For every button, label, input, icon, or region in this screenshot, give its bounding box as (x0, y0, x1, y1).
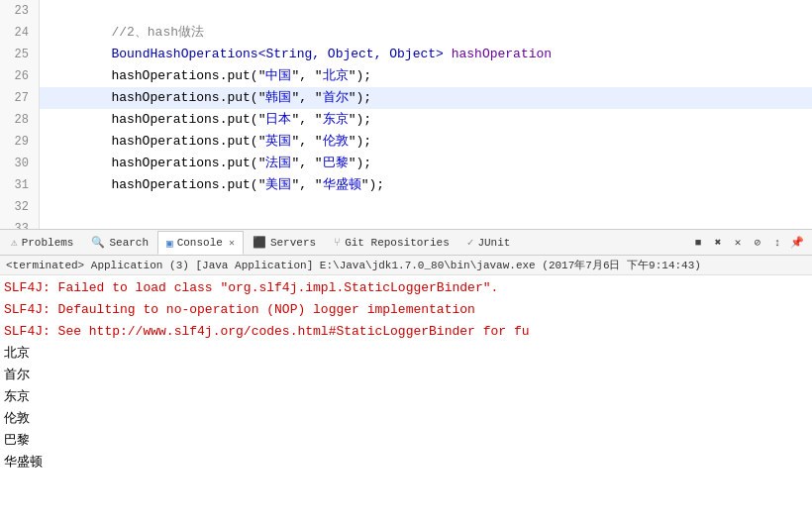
tab-servers[interactable]: ⬛Servers (244, 231, 325, 255)
code-line: 27 hashOperations.put("韩国", "首尔"); (0, 87, 812, 109)
code-line: 30 hashOperations.put("法国", "巴黎"); (0, 153, 812, 174)
servers-icon: ⬛ (253, 236, 266, 249)
line-content: //2、hash做法 (40, 22, 204, 44)
line-number: 33 (0, 218, 40, 230)
tab-git[interactable]: ⑂Git Repositories (325, 231, 458, 255)
line-number: 32 (0, 196, 40, 218)
warning-icon: ⚠ (11, 236, 18, 249)
code-line: 23 (0, 0, 812, 22)
console-line: 北京 (4, 343, 808, 365)
console-line: 巴黎 (4, 430, 808, 452)
bottom-panel: ⚠Problems🔍Search▣Console✕⬛Servers⑂Git Re… (0, 230, 812, 531)
console-line: 华盛顿 (4, 452, 808, 474)
line-number: 30 (0, 153, 40, 174)
code-line: 28 hashOperations.put("日本", "东京"); (0, 109, 812, 131)
line-content: hashOperations.put("法国", "巴黎"); (40, 153, 371, 174)
tab-bar: ⚠Problems🔍Search▣Console✕⬛Servers⑂Git Re… (0, 230, 812, 256)
tab-label: Search (109, 237, 149, 249)
console-line: SLF4J: Defaulting to no-operation (NOP) … (4, 299, 808, 321)
code-line: 24 //2、hash做法 (0, 22, 812, 44)
git-icon: ⑂ (334, 237, 341, 249)
search-icon: 🔍 (91, 236, 105, 249)
line-number: 27 (0, 87, 40, 109)
tab-label: JUnit (477, 237, 510, 249)
code-line: 33 (0, 218, 812, 230)
status-line: <terminated> Application (3) [Java Appli… (0, 256, 812, 275)
code-line: 29 hashOperations.put("英国", "伦敦"); (0, 131, 812, 153)
line-number: 29 (0, 131, 40, 153)
line-content: hashOperations.put("中国", "北京"); (40, 65, 371, 87)
line-number: 31 (0, 174, 40, 196)
tab-junit[interactable]: ✓JUnit (458, 231, 520, 255)
code-lines: 2324 //2、hash做法25 BoundHashOperations<St… (0, 0, 812, 230)
line-number: 25 (0, 44, 40, 65)
code-line: 25 BoundHashOperations<String, Object, O… (0, 44, 812, 65)
code-line: 32 (0, 196, 812, 218)
console-output: SLF4J: Failed to load class "org.slf4j.i… (0, 275, 812, 531)
console-line: 伦敦 (4, 408, 808, 430)
terminate-button[interactable]: ✖ (709, 234, 727, 252)
console-line: 首尔 (4, 365, 808, 386)
line-content: hashOperations.put("日本", "东京"); (40, 109, 371, 131)
code-line: 31 hashOperations.put("美国", "华盛顿"); (0, 174, 812, 196)
tab-problems[interactable]: ⚠Problems (2, 231, 82, 255)
line-content: hashOperations.put("美国", "华盛顿"); (40, 174, 384, 196)
code-line: 26 hashOperations.put("中国", "北京"); (0, 65, 812, 87)
console-line: SLF4J: See http://www.slf4j.org/codes.ht… (4, 321, 808, 343)
line-content: BoundHashOperations<String, Object, Obje… (40, 44, 552, 65)
line-content: hashOperations.put("韩国", "首尔"); (40, 87, 371, 109)
tab-console[interactable]: ▣Console✕ (157, 231, 244, 255)
clear-button[interactable]: ⊘ (749, 234, 766, 252)
line-content: hashOperations.put("英国", "伦敦"); (40, 131, 371, 153)
scroll-lock-button[interactable]: ↕ (768, 234, 786, 252)
console-line: 东京 (4, 386, 808, 408)
tab-label: Problems (22, 237, 74, 249)
line-number: 28 (0, 109, 40, 131)
line-number: 24 (0, 22, 40, 44)
console-line: SLF4J: Failed to load class "org.slf4j.i… (4, 277, 808, 299)
remove-button[interactable]: ✕ (729, 234, 747, 252)
tab-close-button[interactable]: ✕ (229, 237, 235, 249)
tab-label: Console (177, 237, 223, 249)
junit-icon: ✓ (467, 236, 474, 249)
tab-search[interactable]: 🔍Search (82, 231, 157, 255)
code-editor: 2324 //2、hash做法25 BoundHashOperations<St… (0, 0, 812, 230)
tab-label: Git Repositories (345, 237, 450, 249)
tab-label: Servers (270, 237, 316, 249)
stop-button[interactable]: ■ (689, 234, 707, 252)
tab-toolbar: ■✖✕⊘↕📌 (689, 234, 810, 252)
line-number: 23 (0, 0, 40, 22)
pin-button[interactable]: 📌 (788, 234, 806, 252)
line-number: 26 (0, 65, 40, 87)
console-icon: ▣ (166, 237, 173, 250)
